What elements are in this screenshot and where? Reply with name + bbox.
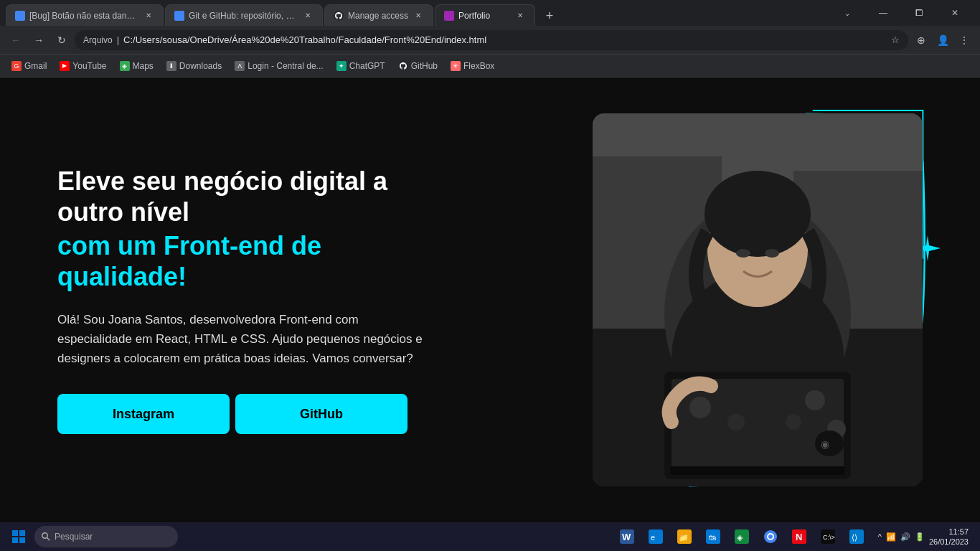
bookmark-youtube-label: YouTube — [72, 61, 106, 71]
downloads-icon: ⬇ — [166, 61, 176, 71]
taskbar-chrome[interactable] — [758, 524, 783, 550]
svg-text:N: N — [796, 532, 802, 542]
taskbar-terminal[interactable]: C:\> — [815, 524, 841, 550]
forward-button[interactable]: → — [29, 30, 49, 50]
bookmark-downloads[interactable]: ⬇ Downloads — [161, 57, 227, 75]
svg-rect-22 — [19, 530, 25, 536]
instagram-button[interactable]: Instagram — [57, 394, 230, 434]
tab-close-2[interactable]: ✕ — [302, 10, 314, 22]
battery-icon: 🔋 — [915, 532, 925, 542]
maximize-button[interactable]: ⧠ — [903, 1, 936, 24]
address-bar[interactable]: Arquivo | C:/Users/sousa/OneDrive/Área%2… — [75, 30, 908, 50]
bookmark-gmail-label: Gmail — [24, 61, 47, 71]
tab-manage[interactable]: Manage access ✕ — [324, 4, 433, 26]
svg-point-39 — [768, 534, 773, 539]
hero-body-text: Olá! Sou Joana Santos, desenvolvedora Fr… — [57, 310, 430, 369]
bookmark-youtube[interactable]: ▶ YouTube — [54, 57, 112, 75]
tab-close-4[interactable]: ✕ — [514, 10, 526, 22]
bookmark-login[interactable]: Λ Login - Central de... — [229, 57, 329, 75]
taskbar-edge[interactable]: e — [643, 524, 669, 550]
bookmark-chatgpt[interactable]: ✦ ChatGPT — [331, 57, 391, 75]
back-button[interactable]: ← — [6, 30, 26, 50]
taskbar-maps[interactable]: ◈ — [729, 524, 755, 550]
youtube-icon: ▶ — [60, 61, 70, 71]
bookmark-flexbox-label: FlexBox — [463, 61, 494, 71]
close-button[interactable]: ✕ — [938, 1, 971, 24]
tab-close-1[interactable]: ✕ — [143, 10, 154, 22]
svg-rect-21 — [12, 530, 18, 536]
bookmark-maps-label: Maps — [133, 61, 154, 71]
reload-button[interactable]: ↻ — [52, 30, 72, 50]
svg-point-10 — [765, 249, 779, 258]
tab-title-4: Portfolio — [458, 11, 510, 21]
bookmark-gmail[interactable]: G Gmail — [6, 57, 52, 75]
system-clock[interactable]: 11:57 26/01/2023 — [929, 527, 969, 547]
svg-point-18 — [815, 430, 844, 456]
tab-favicon-4 — [444, 11, 454, 21]
taskbar-search[interactable]: Pesquisar — [34, 526, 178, 547]
github-button[interactable]: GitHub — [235, 394, 407, 434]
tab-strip-menu[interactable]: ⌄ — [831, 1, 864, 24]
taskbar-netflix[interactable]: N — [786, 524, 812, 550]
svg-text:⟨⟩: ⟨⟩ — [852, 533, 857, 542]
svg-rect-20 — [670, 466, 845, 475]
bookmarks-bar: G Gmail ▶ YouTube ◈ Maps ⬇ Downloads Λ L… — [0, 55, 980, 77]
tab-favicon-1 — [15, 11, 25, 21]
hero-section: Eleve seu negócio digital a outro nível … — [57, 166, 452, 434]
new-tab-button[interactable]: + — [540, 6, 560, 26]
svg-line-26 — [47, 538, 50, 541]
clock-date: 26/01/2023 — [929, 537, 969, 547]
gmail-icon: G — [11, 61, 22, 71]
hero-title-line2: com um Front-end de qualidade! — [57, 230, 452, 292]
bookmark-maps[interactable]: ◈ Maps — [114, 57, 159, 75]
svg-text:📁: 📁 — [679, 532, 689, 542]
tab-close-3[interactable]: ✕ — [413, 10, 424, 22]
address-lock-icon: | — [117, 34, 119, 45]
toolbar-actions: ⊕ 👤 ⋮ — [911, 30, 974, 50]
bookmark-downloads-label: Downloads — [179, 61, 222, 71]
volume-icon: 🔊 — [900, 532, 910, 542]
tab-favicon-2 — [174, 11, 184, 21]
browser-chrome: [Bug] Botão não esta dando espa… ✕ Git e… — [0, 0, 980, 77]
svg-point-13 — [689, 397, 711, 418]
svg-rect-24 — [19, 537, 25, 543]
svg-text:◈: ◈ — [737, 533, 743, 542]
bookmark-flexbox[interactable]: ✳ FlexBox — [445, 57, 500, 75]
svg-text:e: e — [651, 533, 655, 542]
address-text: C:/Users/sousa/OneDrive/Área%20de%20Trab… — [123, 34, 887, 45]
extensions-button[interactable]: ⊕ — [911, 30, 931, 50]
title-bar: [Bug] Botão não esta dando espa… ✕ Git e… — [0, 0, 980, 26]
hero-photo: ◉ — [593, 113, 923, 486]
hero-title-line1: Eleve seu negócio digital a outro nível — [57, 166, 452, 227]
tab-portfolio[interactable]: Portfolio ✕ — [435, 4, 535, 26]
tab-favicon-3 — [334, 11, 344, 21]
profile-button[interactable]: 👤 — [933, 30, 953, 50]
taskbar-files[interactable]: 📁 — [672, 524, 697, 550]
svg-text:W: W — [622, 532, 631, 542]
bookmark-login-label: Login - Central de... — [248, 61, 323, 71]
login-icon: Λ — [235, 61, 245, 71]
tab-git[interactable]: Git e GitHub: repositório, commi… ✕ — [165, 4, 323, 26]
tab-bug[interactable]: [Bug] Botão não esta dando espa… ✕ — [6, 4, 164, 26]
start-button[interactable] — [6, 524, 32, 550]
minimize-button[interactable]: — — [867, 1, 900, 24]
svg-point-25 — [42, 533, 48, 539]
svg-point-9 — [736, 249, 750, 258]
bookmark-star-icon[interactable]: ☆ — [891, 34, 900, 45]
bookmark-chatgpt-label: ChatGPT — [349, 61, 385, 71]
taskbar-search-label: Pesquisar — [55, 532, 93, 542]
tab-title-1: [Bug] Botão não esta dando espa… — [29, 11, 138, 21]
svg-text:🛍: 🛍 — [708, 533, 717, 542]
maps-icon: ◈ — [120, 61, 130, 71]
taskbar-word[interactable]: W — [614, 524, 640, 550]
taskbar-store[interactable]: 🛍 — [700, 524, 726, 550]
window-controls: ⌄ — ⧠ ✕ — [831, 1, 974, 24]
page-content: Eleve seu negócio digital a outro nível … — [0, 77, 980, 522]
bookmark-github[interactable]: GitHub — [392, 57, 443, 75]
menu-button[interactable]: ⋮ — [954, 30, 974, 50]
tray-chevron[interactable]: ^ — [878, 532, 882, 541]
tab-title-2: Git e GitHub: repositório, commi… — [189, 11, 298, 21]
taskbar-vscode[interactable]: ⟨⟩ — [844, 524, 870, 550]
svg-point-14 — [727, 413, 745, 430]
tabs-area: [Bug] Botão não esta dando espa… ✕ Git e… — [6, 0, 831, 26]
